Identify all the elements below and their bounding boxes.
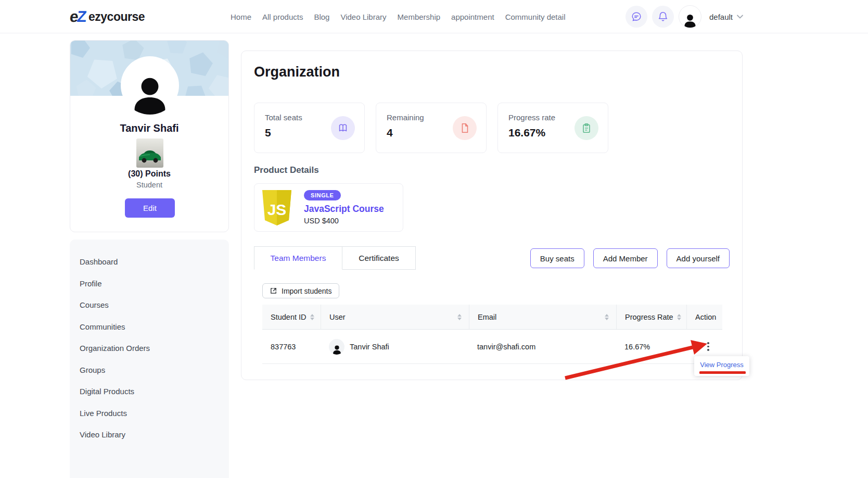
account-label: default	[709, 12, 733, 21]
column-header-email[interactable]: Email	[469, 305, 616, 329]
stat-card-total-seats: Total seats 5	[254, 103, 365, 153]
nav-link-community-detail[interactable]: Community detail	[505, 12, 566, 21]
edit-profile-button[interactable]: Edit	[125, 198, 175, 218]
sidebar-item-dashboard[interactable]: Dashboard	[70, 251, 229, 273]
tabs: Team Members Certificates	[254, 246, 416, 270]
column-label: User	[329, 313, 346, 321]
logo-icon: eZ	[70, 8, 85, 26]
cell-user: Tanvir Shafi	[321, 339, 469, 355]
product-info: SINGLE JavaScript Course USD $400	[304, 190, 384, 225]
sidebar-item-groups[interactable]: Groups	[70, 359, 229, 381]
import-students-button[interactable]: Import students	[262, 283, 339, 298]
row-avatar	[329, 339, 344, 355]
notifications-button[interactable]	[652, 6, 674, 28]
stat-card-progress-rate: Progress rate 16.67%	[497, 103, 608, 153]
profile-card: Tanvir Shafi (30) Points Student Edit	[70, 40, 229, 232]
bell-icon	[657, 11, 669, 22]
nav-link-video-library[interactable]: Video Library	[340, 12, 386, 21]
column-label: Progress Rate	[625, 313, 673, 321]
buy-seats-button[interactable]: Buy seats	[530, 248, 584, 268]
nav-link-blog[interactable]: Blog	[314, 12, 329, 21]
product-price: USD $400	[304, 217, 384, 225]
page-title: Organization	[254, 64, 340, 80]
sidebar-item-profile[interactable]: Profile	[70, 273, 229, 295]
brand-name: ezycourse	[88, 10, 145, 24]
top-actions: Buy seats Add Member Add yourself	[530, 248, 730, 268]
column-header-user[interactable]: User	[321, 305, 469, 329]
cell-email: tanvir@shafi.com	[469, 343, 616, 351]
sort-icon	[605, 314, 609, 320]
view-progress-menu-item[interactable]: View Progress	[700, 361, 744, 376]
sidebar-item-organization-orders[interactable]: Organization Orders	[70, 337, 229, 359]
profile-points: (30) Points	[70, 169, 228, 179]
javascript-logo-icon: JS	[261, 189, 292, 227]
chevron-down-icon	[736, 14, 744, 19]
chat-icon	[631, 11, 642, 22]
sidebar-item-courses[interactable]: Courses	[70, 294, 229, 316]
column-label: Action	[695, 313, 716, 321]
profile-avatar	[121, 56, 179, 115]
nav-link-home[interactable]: Home	[231, 12, 251, 21]
nav-links: Home All products Blog Video Library Mem…	[231, 0, 566, 33]
column-header-progress-rate[interactable]: Progress Rate	[616, 305, 686, 329]
cell-user-name: Tanvir Shafi	[350, 343, 389, 351]
brand-logo[interactable]: eZ ezycourse	[70, 0, 145, 33]
chat-button[interactable]	[626, 6, 647, 28]
stat-card-remaining: Remaining 4	[376, 103, 487, 153]
nav-link-appointment[interactable]: appointment	[451, 12, 494, 21]
tab-team-members[interactable]: Team Members	[254, 246, 342, 270]
table-row: 837763 Tanvir Shafi tanvir@shafi.com 16.…	[262, 330, 722, 364]
product-details-heading: Product Details	[254, 165, 319, 175]
top-navbar: eZ ezycourse Home All products Blog Vide…	[0, 0, 868, 33]
organization-panel: Organization Total seats 5 Remaining 4 P…	[241, 51, 743, 380]
product-title-link[interactable]: JavaScript Course	[304, 204, 384, 215]
actions-popup: View Progress	[694, 356, 749, 376]
table-header-row: Student ID User Email Progress Rate Acti…	[262, 305, 722, 330]
team-members-table: Student ID User Email Progress Rate Acti…	[262, 305, 722, 364]
nav-link-membership[interactable]: Membership	[398, 12, 441, 21]
stats-row: Total seats 5 Remaining 4 Progress rate …	[254, 103, 608, 153]
person-icon	[331, 344, 342, 355]
sidebar-item-communities[interactable]: Communities	[70, 316, 229, 338]
row-actions-kebab-icon[interactable]	[695, 342, 709, 351]
import-students-label: Import students	[282, 287, 332, 295]
user-avatar[interactable]	[679, 5, 701, 28]
sort-icon	[677, 314, 681, 320]
points-badge-image	[136, 139, 163, 168]
cell-progress-rate: 16.67%	[616, 343, 686, 351]
book-icon	[331, 116, 355, 140]
sidebar-item-live-products[interactable]: Live Products	[70, 402, 229, 424]
sort-icon	[310, 314, 314, 320]
account-dropdown[interactable]: default	[709, 12, 744, 21]
cell-action	[686, 342, 722, 351]
sidebar-menu: Dashboard Profile Courses Communities Or…	[70, 240, 229, 478]
cell-student-id: 837763	[262, 343, 321, 351]
profile-name: Tanvir Shafi	[70, 122, 228, 134]
tab-certificates[interactable]: Certificates	[342, 246, 416, 270]
profile-role: Student	[70, 181, 228, 189]
column-header-action: Action	[686, 305, 722, 329]
product-card: JS SINGLE JavaScript Course USD $400	[254, 183, 403, 232]
add-member-button[interactable]: Add Member	[593, 248, 658, 268]
add-yourself-button[interactable]: Add yourself	[667, 248, 730, 268]
navbar-right: default	[626, 0, 744, 33]
column-label: Student ID	[271, 313, 307, 321]
svg-text:JS: JS	[267, 201, 287, 218]
column-header-student-id[interactable]: Student ID	[262, 305, 321, 329]
file-icon	[453, 116, 477, 140]
sort-icon	[457, 314, 462, 320]
sidebar-item-digital-products[interactable]: Digital Products	[70, 381, 229, 402]
person-icon	[682, 12, 698, 28]
nav-link-all-products[interactable]: All products	[262, 12, 303, 21]
person-icon	[128, 71, 172, 115]
clipboard-icon	[575, 116, 598, 140]
product-type-badge: SINGLE	[304, 190, 341, 200]
import-icon	[270, 287, 277, 295]
column-label: Email	[478, 313, 496, 321]
sidebar-item-video-library[interactable]: Video Library	[70, 424, 229, 446]
